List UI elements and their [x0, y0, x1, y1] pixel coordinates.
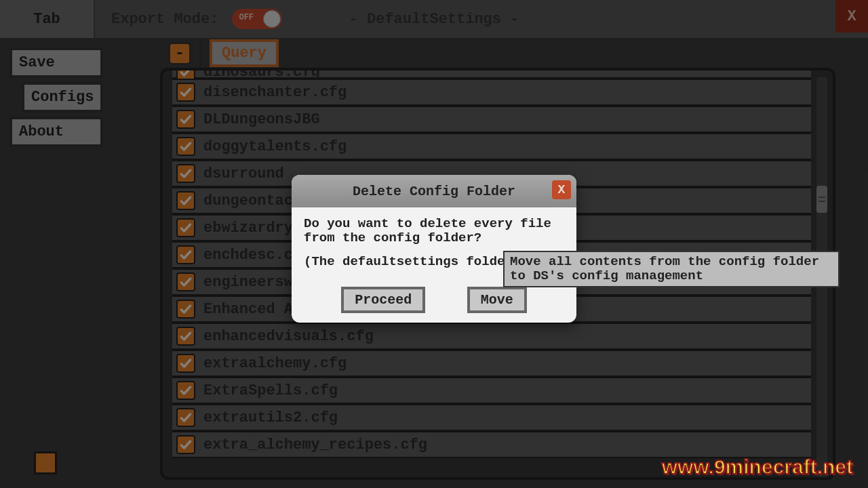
config-row-label: extrautils2.cfg	[203, 409, 338, 426]
checkbox-checked[interactable]	[176, 408, 195, 427]
scrollbar-thumb[interactable]	[816, 186, 827, 213]
config-row-label: doggytalents.cfg	[203, 138, 347, 155]
checkbox-checked[interactable]	[176, 218, 195, 237]
config-row[interactable]: extraalchemy.cfg	[172, 350, 811, 377]
config-row-label: enhancedvisuals.cfg	[203, 328, 374, 345]
config-row[interactable]: dinosaurs.cfg	[172, 68, 811, 79]
config-row[interactable]: enhancedvisuals.cfg	[172, 323, 811, 350]
config-row-label: dsurround	[203, 165, 284, 182]
config-row[interactable]: doggytalents.cfg	[172, 133, 811, 160]
minus-icon: -	[175, 44, 184, 62]
check-icon	[179, 357, 193, 370]
check-icon	[179, 411, 193, 424]
close-icon: X	[558, 183, 566, 197]
config-row[interactable]: disenchanter.cfg	[172, 79, 811, 106]
check-icon	[179, 194, 193, 207]
config-row-label: extra_alchemy_recipes.cfg	[203, 436, 427, 453]
action-row: - Query	[168, 39, 279, 67]
config-row-label: DLDungeonsJBG	[203, 111, 320, 128]
config-row-label: disenchanter.cfg	[203, 84, 347, 101]
corner-button[interactable]	[34, 451, 57, 474]
delete-config-dialog: Delete Config Folder X Do you want to de…	[292, 175, 576, 323]
checkbox-checked[interactable]	[176, 110, 195, 129]
top-bar: Tab Export Mode: OFF - DefaultSettings -…	[0, 0, 868, 38]
proceed-button[interactable]: Proceed	[341, 287, 425, 313]
checkbox-checked[interactable]	[176, 435, 195, 454]
config-row[interactable]: extrautils2.cfg	[172, 404, 811, 431]
config-row[interactable]: ExtraSpells.cfg	[172, 377, 811, 404]
check-icon	[179, 384, 193, 397]
dialog-close-button[interactable]: X	[552, 180, 571, 199]
query-button[interactable]: Query	[210, 39, 279, 67]
checkbox-checked[interactable]	[176, 164, 195, 183]
config-row[interactable]: DLDungeonsJBG	[172, 106, 811, 133]
save-button[interactable]: Save	[9, 47, 103, 78]
tab-pill[interactable]: Tab	[0, 0, 95, 38]
checkbox-checked[interactable]	[176, 300, 195, 319]
close-button[interactable]: X	[835, 0, 868, 33]
checkbox-checked[interactable]	[176, 137, 195, 156]
config-row[interactable]: extra_alchemy_recipes.cfg	[172, 431, 811, 458]
configs-button[interactable]: Configs	[22, 82, 103, 113]
dialog-titlebar: Delete Config Folder X	[292, 175, 576, 207]
checkbox-checked[interactable]	[176, 191, 195, 210]
checkbox-checked[interactable]	[176, 327, 195, 346]
checkbox-checked[interactable]	[176, 272, 195, 291]
sidebar: Save Configs About	[9, 47, 103, 147]
export-mode-label: Export Mode:	[111, 11, 218, 28]
tooltip-text: Move all contents from the config folder…	[510, 254, 819, 283]
collapse-button[interactable]: -	[168, 42, 191, 65]
move-button[interactable]: Move	[467, 287, 527, 313]
check-icon	[179, 329, 193, 343]
check-icon	[179, 248, 193, 262]
config-row-label: ExtraSpells.cfg	[203, 382, 338, 399]
export-mode-toggle[interactable]: OFF	[232, 9, 282, 29]
about-button[interactable]: About	[9, 117, 103, 147]
toggle-knob	[263, 10, 281, 28]
check-icon	[179, 221, 193, 235]
config-row-label: extraalchemy.cfg	[203, 355, 347, 372]
check-icon	[179, 85, 193, 99]
check-icon	[179, 113, 193, 126]
page-title: - DefaultSettings -	[349, 11, 519, 28]
move-tooltip: Move all contents from the config folder…	[503, 251, 840, 287]
checkbox-checked[interactable]	[176, 354, 195, 373]
check-icon	[179, 438, 193, 451]
close-icon: X	[847, 8, 856, 25]
check-icon	[179, 68, 193, 79]
check-icon	[179, 140, 193, 153]
toggle-off-text: OFF	[239, 13, 254, 22]
dialog-actions: Proceed Move	[292, 284, 576, 313]
dialog-message-1: Do you want to delete every file from th…	[304, 217, 564, 245]
dialog-title: Delete Config Folder	[353, 184, 515, 199]
check-icon	[179, 302, 193, 316]
checkbox-checked[interactable]	[176, 381, 195, 400]
checkbox-checked[interactable]	[176, 83, 195, 102]
checkbox-checked[interactable]	[176, 245, 195, 264]
watermark: www.9minecraft.net	[662, 455, 853, 479]
check-icon	[179, 275, 193, 289]
check-icon	[179, 167, 193, 180]
separator	[199, 40, 201, 67]
tab-label: Tab	[33, 11, 60, 28]
